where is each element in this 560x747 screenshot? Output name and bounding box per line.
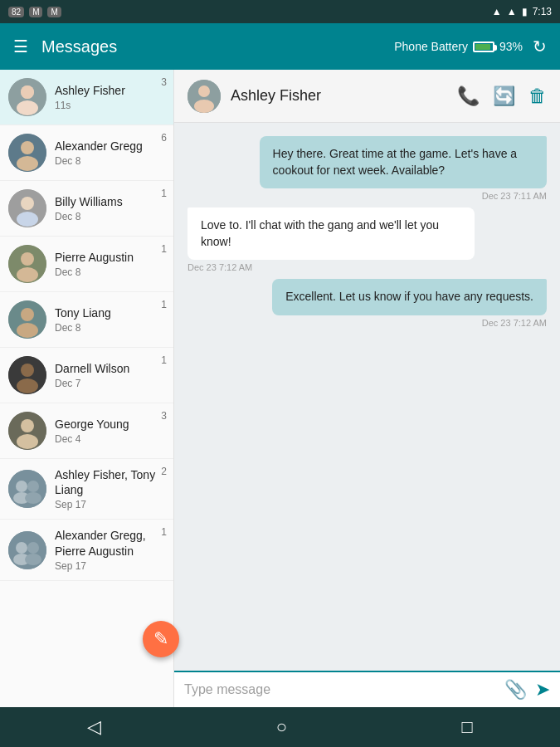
conv-info: Alexander Gregg Dec 8 (55, 139, 165, 167)
message-text: Love to. I'll chat with the gang and we'… (201, 218, 439, 248)
avatar (8, 300, 46, 339)
avatar (8, 412, 46, 450)
conv-badge: 3 (161, 410, 167, 422)
svg-point-18 (17, 378, 38, 393)
conv-info: Tony Liang Dec 8 (55, 305, 165, 334)
avatar (8, 189, 46, 227)
conv-info: Alexander Gregg, Pierre Augustin Sep 17 (55, 528, 165, 571)
send-icon[interactable]: ➤ (535, 679, 550, 701)
conv-date: Dec 8 (55, 266, 165, 278)
conv-date: Dec 8 (55, 155, 165, 167)
compose-fab[interactable]: ✎ (143, 621, 179, 657)
conv-name: Alexander Gregg, Pierre Augustin (55, 528, 165, 558)
recents-icon[interactable]: □ (461, 716, 472, 738)
conversation-item[interactable]: Alexander Gregg, Pierre Augustin Sep 17 … (0, 520, 173, 580)
conv-badge: 1 (161, 354, 167, 366)
conv-date: Sep 17 (55, 499, 165, 510)
status-bar-right: ▲ ▲ ▮ 7:13 (492, 6, 552, 17)
home-icon[interactable]: ○ (276, 716, 287, 738)
message-wrapper: Hey there. Great time at the game. Let's… (187, 136, 547, 201)
conv-date: 11s (55, 100, 165, 111)
battery-icon-status: ▮ (522, 6, 528, 17)
messages-container: Hey there. Great time at the game. Let's… (174, 123, 560, 671)
message-wrapper: Love to. I'll chat with the gang and we'… (187, 208, 547, 272)
chat-header-avatar (187, 80, 221, 113)
message-input[interactable] (184, 682, 496, 697)
refresh-icon[interactable]: ↻ (533, 37, 547, 56)
svg-point-24 (27, 481, 39, 492)
svg-point-33 (198, 85, 210, 97)
svg-point-34 (194, 100, 214, 113)
svg-point-8 (21, 197, 34, 210)
conversation-item[interactable]: Ashley Fisher 11s 3 (0, 70, 173, 125)
wifi-icon: ▲ (507, 6, 517, 17)
avatar (8, 134, 46, 172)
chat-header: Ashley Fisher 📞 🔄 🗑 (174, 70, 560, 123)
badge-m2: M (47, 7, 61, 17)
svg-point-6 (17, 156, 38, 171)
message-wrapper: Excellent. Let us know if you have any r… (187, 279, 547, 328)
conv-info: Pierre Augustin Dec 8 (55, 250, 165, 278)
conversation-item[interactable]: Billy Williams Dec 8 1 (0, 181, 173, 237)
svg-point-31 (25, 554, 41, 565)
conversation-item[interactable]: Tony Liang Dec 8 1 (0, 292, 173, 348)
svg-point-12 (17, 267, 38, 282)
conv-info: George Young Dec 4 (55, 417, 165, 445)
svg-point-11 (21, 252, 34, 266)
battery-fill (475, 44, 490, 50)
attach-icon[interactable]: 📎 (504, 679, 527, 701)
avatar (8, 356, 46, 394)
conv-info: Darnell Wilson Dec 7 (55, 361, 165, 389)
svg-point-9 (17, 212, 38, 227)
svg-point-20 (21, 419, 34, 432)
conv-name: Ashley Fisher (55, 83, 165, 98)
svg-point-26 (25, 492, 41, 504)
conv-badge: 6 (161, 132, 167, 144)
signal-icon: ▲ (492, 6, 502, 17)
svg-point-23 (16, 481, 27, 492)
hamburger-menu[interactable]: ☰ (13, 37, 28, 56)
avatar-group (8, 470, 46, 508)
sync-icon[interactable]: 🔄 (493, 85, 515, 107)
avatar-group (8, 531, 46, 569)
conv-date: Sep 17 (55, 560, 165, 572)
svg-point-21 (17, 434, 38, 449)
status-bar-left: 82 M M (8, 7, 61, 17)
conv-badge: 2 (161, 466, 167, 477)
conv-name: Tony Liang (55, 305, 165, 320)
battery-icon (473, 42, 494, 52)
conv-badge: 1 (161, 243, 167, 255)
message-bubble: Hey there. Great time at the game. Let's… (260, 136, 547, 188)
conversation-item[interactable]: Pierre Augustin Dec 8 1 (0, 237, 173, 292)
conversation-item[interactable]: Alexander Gregg Dec 8 6 (0, 125, 173, 181)
conv-badge: 3 (161, 76, 167, 88)
conv-info: Billy Williams Dec 8 (55, 194, 165, 222)
avatar (8, 245, 46, 283)
conv-name: George Young (55, 417, 165, 432)
conv-name: Billy Williams (55, 194, 165, 209)
message-bubble: Excellent. Let us know if you have any r… (272, 279, 547, 315)
phone-icon[interactable]: 📞 (457, 85, 480, 107)
top-bar: ☰ Messages Phone Battery 93% ↻ (0, 23, 560, 70)
conv-name: Alexander Gregg (55, 139, 165, 154)
back-icon[interactable]: ◁ (87, 716, 101, 738)
bottom-nav: ◁ ○ □ (0, 707, 560, 747)
conversation-item[interactable]: Darnell Wilson Dec 7 1 (0, 348, 173, 403)
svg-point-3 (21, 85, 34, 99)
conv-badge: 1 (161, 188, 167, 199)
chat-contact-name: Ashley Fisher (231, 87, 447, 105)
avatar (8, 78, 46, 116)
svg-point-5 (21, 141, 34, 154)
conv-badge: 1 (161, 526, 167, 538)
svg-point-15 (17, 323, 38, 338)
delete-icon[interactable]: 🗑 (528, 85, 547, 107)
main-layout: Ashley Fisher 11s 3 Alexander Gregg Dec … (0, 70, 560, 707)
conv-name: Ashley Fisher, Tony Liang (55, 467, 165, 497)
conversation-item[interactable]: George Young Dec 4 3 (0, 403, 173, 459)
conv-date: Dec 7 (55, 378, 165, 389)
message-time: Dec 23 7:12 AM (187, 262, 252, 272)
time-display: 7:13 (533, 6, 552, 17)
conv-name: Darnell Wilson (55, 361, 165, 376)
conversation-item[interactable]: Ashley Fisher, Tony Liang Sep 17 2 (0, 459, 173, 520)
chat-header-actions: 📞 🔄 🗑 (457, 85, 547, 107)
